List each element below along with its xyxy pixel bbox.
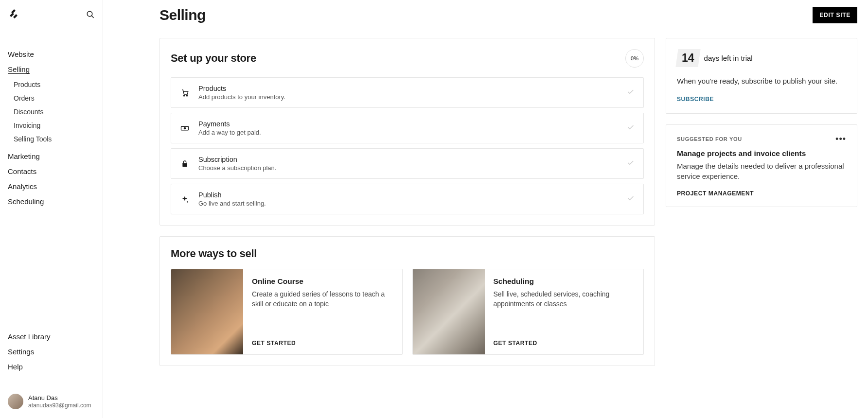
- trial-panel: 14 days left in trial When you're ready,…: [666, 38, 857, 114]
- trial-top: 14 days left in trial: [677, 49, 846, 67]
- check-icon: [627, 123, 635, 133]
- search-button[interactable]: [86, 10, 95, 19]
- suggested-label: SUGGESTED FOR YOU: [677, 136, 742, 142]
- check-icon: [627, 159, 635, 169]
- subnav-item-products[interactable]: Products: [14, 78, 95, 91]
- card-desc: Create a guided series of lessons to tea…: [252, 289, 393, 333]
- step-title: Subscription: [198, 156, 618, 163]
- sidebar: Website Selling Products Orders Discount…: [0, 0, 103, 418]
- subnav-item-discounts[interactable]: Discounts: [14, 105, 95, 119]
- card-image: [171, 269, 243, 354]
- nav-item-settings[interactable]: Settings: [8, 344, 95, 359]
- sparkle-icon: [180, 195, 190, 204]
- suggested-header: SUGGESTED FOR YOU •••: [677, 135, 846, 143]
- main: Selling EDIT SITE Set up your store 0% P…: [103, 0, 868, 418]
- more-card-scheduling[interactable]: Scheduling Sell live, scheduled services…: [412, 269, 644, 355]
- more-options-icon[interactable]: •••: [835, 135, 846, 143]
- step-desc: Add a way to get paid.: [198, 129, 618, 136]
- content-area: Set up your store 0% Products Add produc…: [103, 30, 868, 366]
- card-cta[interactable]: GET STARTED: [494, 340, 635, 347]
- card-title: Scheduling: [494, 277, 635, 286]
- trial-days: 14: [682, 52, 694, 65]
- trial-label: days left in trial: [704, 54, 753, 62]
- more-ways-cards: Online Course Create a guided series of …: [171, 269, 644, 355]
- check-icon: [627, 88, 635, 98]
- sidebar-top: [0, 9, 103, 20]
- card-body: Scheduling Sell live, scheduled services…: [485, 269, 644, 354]
- step-body: Subscription Choose a subscription plan.: [198, 156, 618, 172]
- setup-store-panel: Set up your store 0% Products Add produc…: [159, 38, 655, 226]
- setup-step-list: Products Add products to your inventory.: [171, 77, 644, 214]
- more-ways-title: More ways to sell: [171, 247, 644, 260]
- step-body: Products Add products to your inventory.: [198, 85, 618, 101]
- page-title: Selling: [159, 7, 206, 23]
- nav-item-selling[interactable]: Selling: [8, 62, 95, 77]
- cash-icon: [180, 124, 190, 133]
- step-title: Payments: [198, 120, 618, 128]
- svg-line-1: [91, 16, 94, 18]
- setup-progress: 0%: [625, 49, 644, 68]
- subscribe-link[interactable]: SUBSCRIBE: [677, 96, 846, 103]
- setup-title: Set up your store: [171, 52, 256, 65]
- step-title: Publish: [198, 191, 618, 199]
- user-name: Atanu Das: [28, 394, 91, 402]
- card-title: Online Course: [252, 277, 393, 286]
- subnav-item-selling-tools[interactable]: Selling Tools: [14, 132, 95, 146]
- card-desc: Sell live, scheduled services, coaching …: [494, 289, 635, 333]
- selling-subnav: Products Orders Discounts Invoicing Sell…: [8, 78, 95, 146]
- setup-step-subscription[interactable]: Subscription Choose a subscription plan.: [171, 148, 644, 179]
- lock-icon: [180, 160, 190, 168]
- svg-point-2: [184, 95, 185, 96]
- step-desc: Add products to your inventory.: [198, 93, 618, 101]
- nav-item-asset-library[interactable]: Asset Library: [8, 329, 95, 344]
- card-image: [413, 269, 485, 354]
- svg-point-0: [87, 11, 92, 17]
- main-header: Selling EDIT SITE: [103, 0, 868, 30]
- user-email: atanudas93@gmail.com: [28, 402, 91, 409]
- svg-point-3: [187, 95, 188, 96]
- nav-item-marketing[interactable]: Marketing: [8, 149, 95, 164]
- step-desc: Go live and start selling.: [198, 200, 618, 207]
- trial-days-badge: 14: [675, 49, 700, 67]
- nav-item-website[interactable]: Website: [8, 47, 95, 62]
- step-body: Publish Go live and start selling.: [198, 191, 618, 207]
- user-account[interactable]: Atanu Das atanudas93@gmail.com: [8, 394, 95, 409]
- setup-header: Set up your store 0%: [171, 49, 644, 68]
- setup-step-publish[interactable]: Publish Go live and start selling.: [171, 184, 644, 214]
- suggested-title: Manage projects and invoice clients: [677, 149, 846, 158]
- cart-icon: [180, 88, 190, 97]
- step-title: Products: [198, 85, 618, 92]
- nav-item-contacts[interactable]: Contacts: [8, 164, 95, 179]
- nav-item-scheduling[interactable]: Scheduling: [8, 194, 95, 209]
- trial-desc: When you're ready, subscribe to publish …: [677, 76, 846, 86]
- sidebar-bottom: Asset Library Settings Help Atanu Das at…: [0, 329, 103, 409]
- step-body: Payments Add a way to get paid.: [198, 120, 618, 136]
- nav-item-help[interactable]: Help: [8, 359, 95, 374]
- logo[interactable]: [8, 9, 19, 20]
- column-left: Set up your store 0% Products Add produc…: [159, 38, 655, 366]
- setup-step-products[interactable]: Products Add products to your inventory.: [171, 77, 644, 108]
- primary-nav: Website Selling Products Orders Discount…: [0, 47, 103, 329]
- avatar: [8, 394, 23, 409]
- more-ways-panel: More ways to sell Online Course Create a…: [159, 236, 655, 366]
- subnav-item-invoicing[interactable]: Invoicing: [14, 119, 95, 132]
- card-body: Online Course Create a guided series of …: [243, 269, 402, 354]
- edit-site-button[interactable]: EDIT SITE: [813, 7, 857, 23]
- user-info: Atanu Das atanudas93@gmail.com: [28, 394, 91, 409]
- column-right: 14 days left in trial When you're ready,…: [666, 38, 857, 366]
- suggested-panel: SUGGESTED FOR YOU ••• Manage projects an…: [666, 124, 857, 207]
- setup-step-payments[interactable]: Payments Add a way to get paid.: [171, 113, 644, 143]
- check-icon: [627, 194, 635, 204]
- card-cta[interactable]: GET STARTED: [252, 340, 393, 347]
- more-card-online-course[interactable]: Online Course Create a guided series of …: [171, 269, 403, 355]
- suggested-cta[interactable]: PROJECT MANAGEMENT: [677, 190, 846, 197]
- svg-rect-6: [182, 163, 187, 166]
- suggested-desc: Manage the details needed to deliver a p…: [677, 161, 846, 181]
- step-desc: Choose a subscription plan.: [198, 164, 618, 172]
- nav-item-analytics[interactable]: Analytics: [8, 179, 95, 194]
- subnav-item-orders[interactable]: Orders: [14, 91, 95, 105]
- svg-point-5: [184, 127, 185, 129]
